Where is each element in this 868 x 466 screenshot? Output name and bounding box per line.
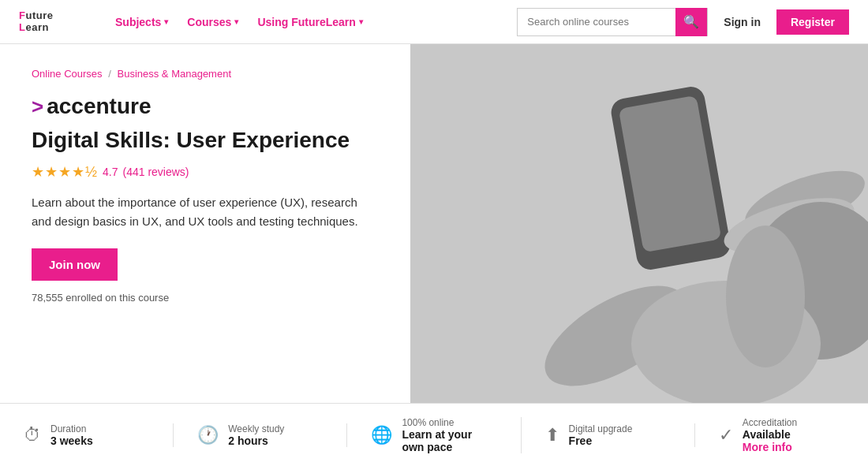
footer-stats: ⏱ Duration 3 weeks 🕐 Weekly study 2 hour… xyxy=(0,403,868,466)
nav-courses[interactable]: Courses ▾ xyxy=(179,9,246,35)
stat-digital-upgrade: ⬆ Digital upgrade Free xyxy=(522,423,695,447)
join-now-button[interactable]: Join now xyxy=(32,248,118,281)
logo[interactable]: Future Learn xyxy=(19,10,82,33)
search-button[interactable]: 🔍 xyxy=(675,8,707,36)
duration-icon: ⏱ xyxy=(24,425,41,445)
breadcrumb: Online Courses / Business & Management xyxy=(32,68,379,80)
weekly-study-label: Weekly study xyxy=(228,423,284,434)
weekly-study-icon: 🕐 xyxy=(197,425,219,445)
duration-value: 3 weeks xyxy=(51,434,93,447)
navbar: Future Learn Subjects ▾ Courses ▾ Using … xyxy=(0,0,868,44)
digital-upgrade-value: Free xyxy=(569,434,633,447)
digital-upgrade-label: Digital upgrade xyxy=(569,423,633,434)
rating-row: ★★★★½ 4.7 (441 reviews) xyxy=(32,163,379,181)
stat-weekly-study: 🕐 Weekly study 2 hours xyxy=(174,423,347,447)
svg-point-9 xyxy=(726,226,805,367)
nav-using[interactable]: Using FutureLearn ▾ xyxy=(249,9,370,35)
breadcrumb-category[interactable]: Business & Management xyxy=(117,68,231,80)
sign-in-button[interactable]: Sign in xyxy=(717,11,767,33)
accreditation-value: Available xyxy=(743,428,797,441)
main-content: Online Courses / Business & Management >… xyxy=(0,44,868,403)
accenture-name: accenture xyxy=(47,94,151,119)
stat-online: 🌐 100% online Learn at your own pace xyxy=(347,417,521,453)
chevron-down-icon: ▾ xyxy=(234,17,238,26)
hero-image xyxy=(410,44,868,403)
course-title: Digital Skills: User Experience xyxy=(32,127,379,154)
chevron-down-icon: ▾ xyxy=(359,17,363,26)
breadcrumb-separator: / xyxy=(108,68,111,80)
register-button[interactable]: Register xyxy=(776,9,849,35)
accreditation-more-info[interactable]: More info xyxy=(743,441,797,453)
enrolled-count: 78,555 enrolled on this course xyxy=(32,292,379,304)
hero-background xyxy=(410,44,868,403)
digital-upgrade-icon: ⬆ xyxy=(545,425,559,445)
accenture-logo: >accenture xyxy=(32,94,379,119)
search-input[interactable] xyxy=(518,16,675,28)
duration-label: Duration xyxy=(51,423,93,434)
accenture-caret: > xyxy=(32,95,43,119)
left-panel: Online Courses / Business & Management >… xyxy=(0,44,410,403)
breadcrumb-online-courses[interactable]: Online Courses xyxy=(32,68,103,80)
stat-duration: ⏱ Duration 3 weeks xyxy=(0,423,174,447)
online-icon: 🌐 xyxy=(371,425,392,445)
phone-hands-illustration xyxy=(410,44,868,403)
nav-right: 🔍 Sign in Register xyxy=(517,8,849,36)
nav-subjects[interactable]: Subjects ▾ xyxy=(107,9,176,35)
rating-number: 4.7 xyxy=(103,166,118,178)
search-icon: 🔍 xyxy=(683,14,699,29)
chevron-down-icon: ▾ xyxy=(164,17,168,26)
reviews-count[interactable]: (441 reviews) xyxy=(122,166,189,178)
stat-accreditation: ✓ Accreditation Available More info xyxy=(695,417,868,453)
weekly-study-value: 2 hours xyxy=(228,434,284,447)
search-box: 🔍 xyxy=(517,8,708,36)
accreditation-label: Accreditation xyxy=(743,417,797,428)
accreditation-icon: ✓ xyxy=(719,425,733,445)
online-label: 100% online xyxy=(402,417,496,428)
online-value: Learn at your own pace xyxy=(402,428,496,453)
nav-links: Subjects ▾ Courses ▾ Using FutureLearn ▾ xyxy=(107,9,517,35)
course-description: Learn about the importance of user exper… xyxy=(32,193,379,231)
star-rating: ★★★★½ xyxy=(32,163,98,181)
